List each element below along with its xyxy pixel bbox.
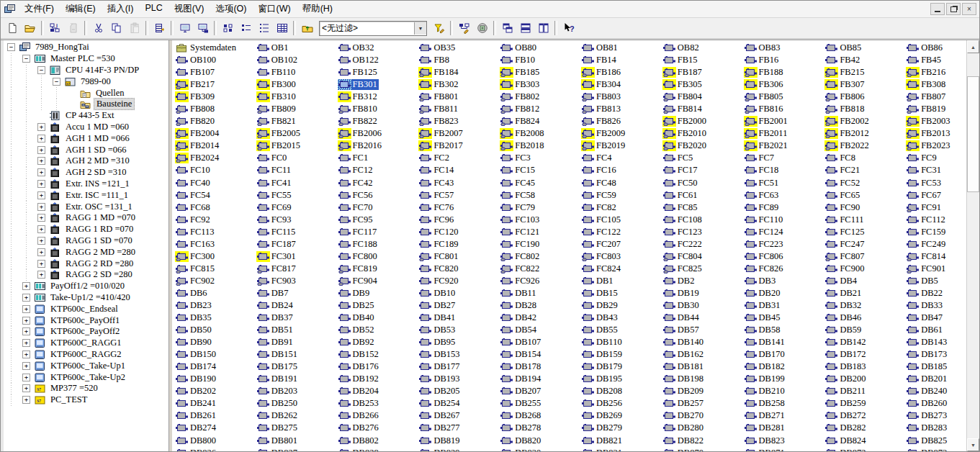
block-item[interactable]: DB192 [338,373,419,385]
block-item[interactable]: FB2024 [175,152,256,164]
block-item[interactable]: OB35 [418,42,500,54]
up-level-button[interactable] [298,19,316,37]
tree-item[interactable]: +KTP600C_RAGG2 [4,349,168,361]
block-item[interactable]: FB2018 [500,140,581,152]
tree-item[interactable]: +KTP600c_Take-Up2 [4,371,168,383]
block-item[interactable]: DB27 [418,299,500,312]
block-item[interactable]: DB278 [500,422,581,434]
block-item[interactable]: DB270 [662,410,744,422]
block-item[interactable]: DB33 [906,299,966,312]
block-item[interactable]: FB8 [418,54,500,66]
block-item[interactable]: DB240 [906,385,966,397]
block-item[interactable]: FB2020 [662,140,744,152]
tree-item[interactable]: +AGH 2 SD =310 [4,167,168,178]
block-item[interactable]: FC9 [906,152,966,164]
block-item[interactable]: FB217 [175,78,256,91]
expand-icon[interactable]: + [37,146,45,154]
block-item[interactable]: DB194 [500,373,581,385]
block-item[interactable]: FC90 [824,202,906,214]
block-item[interactable]: DB141 [744,336,825,348]
expand-icon[interactable]: + [37,225,45,233]
cascade-button[interactable] [498,19,516,37]
block-item[interactable]: DB827 [256,447,338,451]
block-item[interactable]: DB57 [662,324,744,336]
block-item[interactable]: FC91 [906,202,966,214]
block-item[interactable]: FB811 [418,103,500,115]
block-item[interactable]: FC824 [581,263,662,275]
set-filter-button[interactable] [430,19,448,37]
online-button[interactable] [176,19,194,37]
tree-item[interactable]: +Accu 1 MD =060 [4,122,168,133]
block-item[interactable]: DB831 [581,447,662,451]
block-item[interactable]: DB203 [256,385,338,397]
block-item[interactable]: DB829 [418,447,500,451]
block-item[interactable]: DB800 [175,435,256,447]
block-item[interactable]: FB185 [500,66,581,78]
block-item[interactable]: DB162 [662,348,744,361]
block-item[interactable]: FC50 [662,177,744,189]
block-item[interactable]: FC801 [418,250,500,263]
block-item[interactable]: DB268 [500,410,581,422]
block-item[interactable]: FC21 [824,164,906,176]
help-select-button[interactable]: ? [559,19,577,37]
block-item[interactable]: FB2007 [418,127,500,140]
block-item[interactable]: FC70 [338,202,419,214]
block-item[interactable]: FB2005 [256,127,338,140]
block-item[interactable]: FB215 [824,66,906,78]
block-item[interactable]: FB821 [256,115,338,127]
block-item[interactable]: FC0 [256,152,338,164]
block-item[interactable]: FC825 [662,263,744,275]
block-item[interactable]: FC110 [744,214,825,226]
block-item[interactable]: FB2021 [744,140,825,152]
block-item[interactable]: OB83 [744,42,825,54]
block-item[interactable]: OB1 [256,42,338,54]
block-item[interactable]: DB183 [824,361,906,373]
block-item[interactable]: FB823 [418,115,500,127]
block-item[interactable]: FC43 [418,177,500,189]
block-item[interactable]: FB803 [581,91,662,103]
block-item[interactable]: DB29 [581,299,662,312]
block-item[interactable]: FC108 [662,214,744,226]
expand-icon[interactable]: + [22,327,30,335]
block-item[interactable]: DB208 [581,385,662,397]
block-item[interactable]: DB20 [744,287,825,299]
block-item[interactable]: FC249 [906,238,966,250]
block-item[interactable]: FC822 [500,263,581,275]
menu-item[interactable]: 编辑(E) [60,1,102,17]
block-item[interactable]: FB816 [744,103,825,115]
block-item[interactable]: FC121 [500,226,581,238]
expand-icon[interactable]: + [37,214,45,222]
block-item[interactable]: DB200 [824,373,906,385]
block-item[interactable]: FC807 [824,250,906,263]
block-item[interactable]: FC5 [662,152,744,164]
block-item[interactable]: FB45 [906,54,966,66]
block-item[interactable]: FC103 [500,214,581,226]
block-item[interactable]: DB182 [744,361,825,373]
block-item[interactable]: DB54 [500,324,581,336]
block-item[interactable]: FC163 [175,238,256,250]
collapse-icon[interactable]: − [7,43,15,51]
block-item[interactable]: FB2015 [256,140,338,152]
details-view-button[interactable] [273,19,291,37]
block-item[interactable]: FC125 [824,226,906,238]
block-item[interactable]: FC58 [500,189,581,202]
block-item[interactable]: FC926 [500,275,581,287]
block-item[interactable]: FC11 [256,164,338,176]
block-item[interactable]: DB210 [744,385,825,397]
block-item[interactable]: FC55 [256,189,338,202]
block-item[interactable]: DB159 [581,348,662,361]
block-item[interactable]: DB140 [662,336,744,348]
copy-button[interactable] [107,19,125,37]
block-item[interactable]: FB42 [824,54,906,66]
tree-item[interactable]: +KTP600c_Endseal [4,303,168,315]
block-item[interactable]: DB281 [744,422,825,434]
tree-item[interactable]: +S7MP377 =520 [4,383,168,394]
accessible-nodes-button[interactable]: i [46,19,64,37]
block-item[interactable]: FB806 [824,91,906,103]
block-item[interactable]: DB870 [662,447,744,451]
tree-item[interactable]: −CPU 414F-3 PN/DP [4,65,168,76]
block-item[interactable]: FC105 [581,214,662,226]
block-item[interactable]: DB277 [418,422,500,434]
block-item[interactable]: FB16 [744,54,825,66]
block-item[interactable]: DB822 [662,435,744,447]
